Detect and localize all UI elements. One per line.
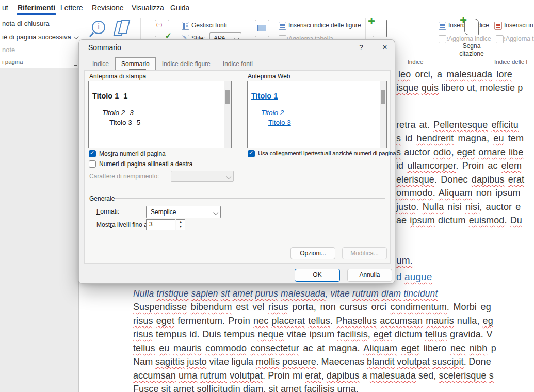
footnotes-dialog-launcher-icon[interactable] — [72, 60, 77, 66]
insert-table-of-figures-button[interactable]: Inserisci indice delle figure — [288, 22, 361, 29]
tab-leader-combobox-disabled — [171, 171, 234, 182]
document-line: ae ipsum dictum euismod. Du — [396, 215, 522, 226]
insert-citation-icon[interactable] — [155, 20, 169, 37]
dialog-tab-strip: Indice Sommario Indice delle figure Indi… — [86, 58, 259, 71]
index-group-label: Indice — [400, 59, 431, 65]
document-line: isque quis libero ut, molestie p — [396, 83, 523, 93]
chevron-down-icon — [74, 34, 79, 39]
document-line: retra at. Pellentesque efficitu — [396, 120, 519, 130]
cancel-button[interactable]: Annulla — [347, 269, 392, 282]
dialog-help-button[interactable]: ? — [352, 40, 370, 55]
ribbon-tab-riferimenti[interactable]: Riferimenti — [17, 0, 56, 15]
ribbon-tab-layout-partial[interactable]: ut — [1, 0, 9, 15]
document-left-margin — [0, 68, 79, 392]
chevron-down-icon — [226, 174, 231, 179]
toc-web-item: Titolo 2 — [261, 109, 386, 117]
spinner-down-icon[interactable]: ▼ — [176, 225, 185, 230]
dialog-title: Sommario — [88, 40, 121, 55]
show-notes-button-disabled: note — [2, 46, 15, 54]
document-line: Fusce sit amet sollicitudin diam, sit am… — [133, 384, 359, 392]
ribbon-tab-bar: ut Riferimenti Lettere Revisione Visuali… — [0, 0, 534, 15]
insert-index-big-icon[interactable] — [373, 20, 387, 37]
ribbon-tab-lettere[interactable]: Lettere — [59, 0, 84, 15]
group-divider — [115, 198, 385, 199]
checkbox-checked-icon: ✓ — [89, 150, 96, 157]
scrollbar[interactable] — [380, 81, 386, 148]
document-line: s auctor odio, eget ornare libe — [396, 147, 523, 158]
tab-indice-fonti[interactable]: Indice fonti — [217, 58, 259, 71]
next-footnote-dropdown[interactable]: iè di pagina successiva — [2, 33, 77, 41]
document-line: Suspendisse bibendum est vel risus porta… — [133, 302, 491, 313]
ribbon-tab-revisione[interactable]: Revisione — [91, 0, 124, 15]
insert-table-of-authorities-icon[interactable] — [494, 22, 502, 30]
mark-citation-label-line2[interactable]: citazione — [457, 50, 486, 57]
scrollbar[interactable] — [224, 81, 231, 148]
checkbox-checked-icon: ✓ — [248, 150, 255, 157]
checkbox-label: Usa collegamenti ipertestuali anziché nu… — [258, 150, 396, 156]
update-index-button-disabled: Aggiorna indice — [448, 35, 491, 42]
update-authorities-icon — [496, 35, 504, 43]
ok-button[interactable]: OK — [295, 269, 340, 282]
modify-button-disabled: Modifica... — [342, 247, 387, 259]
web-preview-box: Titolo 1 Titolo 2 Titolo 3 — [247, 81, 387, 148]
update-index-icon — [439, 35, 446, 43]
tab-indice-delle-figure[interactable]: Indice delle figure — [156, 58, 217, 71]
researcher-icon[interactable] — [115, 20, 129, 34]
document-line: tellus eu mauris commodo consectetur ac … — [133, 343, 496, 354]
document-line: accumsan urna rutrum volutpat. Proin mi … — [133, 370, 494, 381]
show-levels-label: Mostra livelli fino a: — [96, 221, 149, 228]
toc-web-item: Titolo 3 — [268, 119, 386, 126]
document-line: justo. Nulla nisi nisi, auctor e — [396, 202, 521, 213]
footnotes-group-label: i pagina — [2, 59, 23, 65]
manage-sources-icon[interactable] — [182, 22, 189, 30]
web-preview-label: Anteprima Web — [248, 73, 290, 80]
document-line: risus eget fermentum. Proin nec placerat… — [133, 316, 493, 326]
general-group-label: Generale — [89, 195, 115, 202]
document-line: Nulla tristique sapien sit amet purus ma… — [133, 288, 438, 299]
dialog-close-button[interactable]: × — [376, 40, 394, 55]
ribbon-tab-guida[interactable]: Guida — [169, 0, 190, 15]
checkbox-unchecked-icon — [89, 160, 96, 168]
toc-preview-item: Titolo 11 — [92, 92, 231, 100]
smart-lookup-icon[interactable] — [92, 21, 105, 34]
manage-sources-button[interactable]: Gestisci fonti — [191, 22, 227, 29]
options-button[interactable]: Opzioni... — [290, 247, 335, 259]
checkbox-label: Mostra numeri di pagina — [99, 150, 166, 157]
insert-table-of-figures-icon[interactable] — [279, 22, 286, 30]
ribbon-tab-visualizza[interactable]: Visualizza — [131, 0, 165, 15]
sommario-dialog: Sommario ? × Indice Sommario Indice dell… — [78, 39, 395, 284]
document-line: id ullamcorper. Proin ac elem — [396, 160, 522, 171]
show-levels-input[interactable]: 3 — [146, 219, 175, 230]
toc-web-item: Titolo 1 — [251, 92, 386, 100]
document-line: s id hendrerit magna, eu tem — [396, 133, 524, 144]
formats-combobox[interactable]: Semplice — [146, 206, 221, 218]
toc-preview-item: Titolo 23 — [102, 109, 231, 117]
tab-indice[interactable]: Indice — [86, 58, 115, 71]
column-divider — [241, 73, 241, 192]
document-line: Nam sagittis justo vitae ligula mollis p… — [133, 356, 491, 367]
print-preview-label: Anteprima di stampa — [89, 73, 146, 80]
checkbox-label: Numeri di pagina allineati a destra — [99, 160, 192, 168]
document-line: d augue — [396, 271, 432, 283]
chevron-down-icon — [213, 210, 218, 215]
mark-citation-label-line1[interactable]: Segna — [457, 42, 486, 50]
insert-endnote-button[interactable]: nota di chiusura — [2, 20, 50, 27]
show-levels-spinner[interactable]: ▲ ▼ — [176, 219, 185, 230]
update-authorities-button-disabled: Aggiorna t — [506, 35, 534, 42]
insert-table-of-authorities-button[interactable]: Inserisci in — [504, 22, 533, 29]
mark-citation-icon[interactable] — [464, 19, 479, 35]
tab-leader-label: Carattere di riempimento: — [89, 173, 159, 180]
scrollbar-thumb[interactable] — [381, 90, 385, 104]
document-line: ommodo. Aliquam non ipsum — [396, 188, 521, 199]
insert-index-icon[interactable] — [439, 22, 446, 30]
formats-label: Formati: — [96, 208, 119, 215]
tab-sommario[interactable]: Sommario — [115, 57, 156, 71]
document-line: risus tempus id. Duis tempus neque vitae… — [133, 329, 493, 340]
print-preview-box: Titolo 11 Titolo 23 Titolo 35 — [88, 81, 232, 148]
scrollbar-thumb[interactable] — [225, 90, 230, 104]
document-line: leo orci, a malesuada lore — [398, 69, 512, 80]
word-application-window: ut Riferimenti Lettere Revisione Visuali… — [0, 0, 534, 392]
spinner-up-icon[interactable]: ▲ — [176, 220, 185, 225]
authorities-group-label: Indice delle f — [494, 59, 528, 65]
insert-caption-icon[interactable] — [255, 20, 269, 37]
